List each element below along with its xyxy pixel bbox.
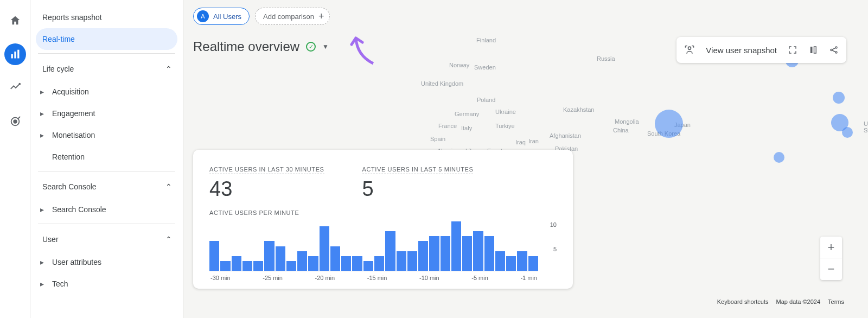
zoom-in-button[interactable]: + — [820, 237, 842, 258]
sidebar-group-user[interactable]: User ⌃ — [36, 227, 177, 251]
target-icon[interactable] — [4, 111, 26, 132]
caret-right-icon: ▸ — [40, 131, 52, 139]
fullscreen-icon[interactable] — [788, 45, 797, 55]
svg-rect-1 — [14, 52, 16, 59]
chart-bar — [385, 231, 395, 271]
dropdown-caret-icon[interactable]: ▼ — [322, 43, 329, 50]
map-country-label: Sweden — [474, 64, 496, 71]
svg-rect-7 — [810, 47, 813, 53]
svg-point-10 — [835, 47, 837, 48]
stat-5min-label: ACTIVE USERS IN LAST 5 MINUTES — [362, 166, 474, 174]
map-user-bubble — [842, 127, 853, 138]
chart-bar — [297, 251, 307, 271]
map-country-label: China — [613, 127, 629, 133]
y-tick: 5 — [553, 246, 557, 252]
snapshot-label[interactable]: View user snapshot — [706, 46, 777, 55]
chart-bar — [484, 236, 494, 271]
page-title: Realtime overview — [193, 39, 299, 54]
sidebar-item-label: Engagement — [52, 109, 95, 118]
y-tick: 10 — [550, 221, 557, 228]
sidebar-group-label: User — [42, 235, 59, 244]
map-country-label: Italy — [461, 125, 472, 131]
chip-label: All Users — [213, 12, 241, 21]
main-content: GreenlandFinlandRussiaNorwaySwedenUnited… — [183, 0, 868, 318]
sidebar-item-search-console[interactable]: ▸Search Console — [36, 199, 177, 220]
sidebar-item-label: User attributes — [52, 258, 101, 266]
reports-icon[interactable] — [4, 43, 26, 65]
caret-right-icon: ▸ — [40, 87, 52, 96]
snapshot-toolbar: View user snapshot — [676, 37, 846, 63]
svg-rect-0 — [11, 54, 12, 59]
x-tick: -30 min — [210, 275, 231, 281]
caret-right-icon: ▸ — [40, 258, 52, 266]
caret-right-icon: ▸ — [40, 205, 52, 214]
map-data-link[interactable]: Map data ©2024 — [776, 298, 821, 305]
terms-link[interactable]: Terms — [828, 298, 844, 305]
chevron-up-icon: ⌃ — [165, 182, 172, 191]
caret-right-icon: ▸ — [40, 109, 52, 118]
compare-icon[interactable] — [808, 45, 818, 55]
sidebar-item-label: Acquisition — [52, 87, 89, 96]
divider — [38, 224, 175, 224]
keyboard-shortcuts-link[interactable]: Keyboard shortcuts — [717, 298, 769, 305]
user-snapshot-icon[interactable] — [684, 44, 695, 55]
x-tick: -25 min — [263, 275, 283, 281]
chart-bar — [253, 261, 263, 271]
map-country-label: Norway — [449, 62, 469, 68]
chip-badge: A — [197, 10, 209, 22]
zoom-out-button[interactable]: − — [820, 258, 842, 280]
sidebar-group-life-cycle[interactable]: Life cycle ⌃ — [36, 57, 177, 81]
chart-bar — [407, 251, 417, 271]
sidebar-item-user-attributes[interactable]: ▸User attributes — [36, 251, 177, 273]
sidebar-item-retention[interactable]: Retention — [36, 146, 177, 168]
sidebar-item-monetisation[interactable]: ▸Monetisation — [36, 124, 177, 146]
chart-bar — [462, 236, 472, 271]
chart-bar — [276, 246, 285, 271]
sidebar-item-reports-snapshot[interactable]: Reports snapshot — [36, 7, 177, 28]
chart-bar — [341, 256, 351, 271]
svg-point-11 — [835, 52, 837, 53]
chart-bar — [242, 261, 252, 271]
chip-all-users[interactable]: A All Users — [193, 8, 250, 25]
stat-30min-label: ACTIVE USERS IN LAST 30 MINUTES — [209, 166, 324, 174]
chart-bar — [352, 256, 362, 271]
sidebar-item-label: Tech — [52, 279, 68, 288]
chart-bar — [451, 221, 461, 271]
chart-bar — [308, 256, 318, 271]
map-country-label: Mongolia — [615, 118, 639, 125]
map-country-label: Turkiye — [495, 123, 515, 129]
x-tick: -1 min — [520, 275, 537, 281]
chart-bar — [320, 226, 329, 271]
x-tick: -10 min — [419, 275, 439, 281]
explore-icon[interactable] — [4, 77, 26, 99]
map-country-label: Ukraine — [495, 109, 516, 115]
map-zoom-control: + − — [820, 237, 842, 280]
x-tick: -20 min — [315, 275, 335, 281]
stat-5min: ACTIVE USERS IN LAST 5 MINUTES 5 — [362, 164, 474, 201]
svg-point-6 — [688, 47, 691, 49]
check-circle-icon: ✓ — [306, 42, 316, 52]
sidebar-item-label: Search Console — [52, 205, 106, 214]
share-icon[interactable] — [829, 45, 839, 55]
sidebar-group-search-console[interactable]: Search Console ⌃ — [36, 175, 177, 199]
sidebar-item-engagement[interactable]: ▸Engagement — [36, 103, 177, 124]
map-country-label: Poland — [477, 97, 495, 103]
sidebar-item-label: Real-time — [42, 35, 75, 43]
comparison-bar: A All Users Add comparison + — [193, 8, 330, 25]
home-icon[interactable] — [4, 10, 26, 31]
sidebar-item-tech[interactable]: ▸Tech — [36, 273, 177, 295]
chart-bar — [397, 251, 406, 271]
map-country-label: Afghanistan — [550, 132, 581, 139]
sidebar-item-real-time[interactable]: Real-time — [36, 28, 177, 50]
svg-rect-2 — [17, 50, 19, 59]
map-country-label: United States — [864, 120, 868, 133]
title-bar: Realtime overview ✓ ▼ — [193, 39, 329, 54]
chart-x-axis: -30 min-25 min-20 min-15 min-10 min-5 mi… — [209, 275, 538, 281]
chip-add-comparison[interactable]: Add comparison + — [255, 8, 330, 25]
map-country-label: Kazakhstan — [563, 106, 594, 113]
sidebar-item-label: Reports snapshot — [42, 13, 102, 22]
map-user-bubble — [831, 114, 848, 131]
sidebar-item-acquisition[interactable]: ▸Acquisition — [36, 81, 177, 103]
map-country-label: South Korea — [647, 130, 680, 137]
stat-30min-value: 43 — [209, 177, 324, 201]
